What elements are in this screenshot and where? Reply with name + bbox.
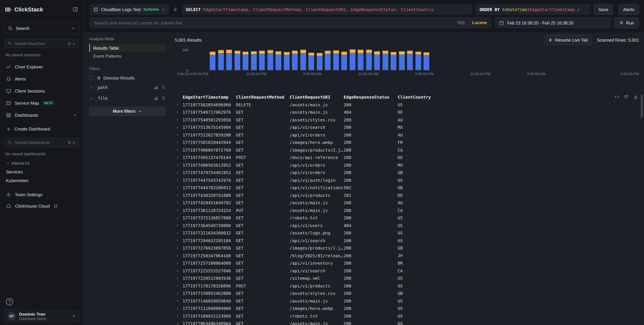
saved-dashboards-input[interactable]: Saved Dashboards ⌘ K: [4, 138, 79, 147]
filter-group-file[interactable]: _file: [89, 93, 166, 103]
chart-bar[interactable]: [424, 52, 429, 70]
table-row[interactable]: 1771977372136857088GET/robots.txt200US: [175, 214, 639, 222]
row-expand[interactable]: [175, 156, 182, 159]
sidebar-item-service-map[interactable]: Service Map BETA: [4, 97, 79, 109]
chart-bar[interactable]: [333, 50, 339, 70]
sidebar-item-dashboards[interactable]: Dashboards: [4, 109, 79, 121]
pin-icon[interactable]: [162, 96, 166, 100]
row-expand[interactable]: [175, 133, 182, 137]
table-row[interactable]: 1771977311634380032GET/assets/logo.png20…: [175, 229, 639, 237]
row-expand[interactable]: [175, 254, 182, 257]
column-header-ClientRequestMethod[interactable]: ClientRequestMethod: [236, 95, 290, 100]
chart-bar[interactable]: [267, 50, 273, 70]
pin-icon[interactable]: [162, 85, 166, 89]
table-row[interactable]: 1771977479754461952GET/api/v1/orders200G…: [175, 169, 639, 176]
chart-bar[interactable]: [259, 50, 265, 70]
row-expand[interactable]: [175, 299, 182, 303]
chart-bar[interactable]: [218, 50, 224, 70]
chart-bar[interactable]: [341, 51, 347, 70]
row-expand[interactable]: [175, 179, 182, 182]
chart-bar[interactable]: [407, 51, 413, 70]
column-header-EdgeStartTimestamp[interactable]: EdgeStartTimestamp: [182, 95, 236, 100]
row-expand[interactable]: [175, 277, 182, 280]
table-row[interactable]: 1771977109915123968GET/robots.txt200US: [175, 312, 639, 320]
chart-bar[interactable]: [366, 49, 372, 70]
sidebar-item-client-sessions[interactable]: Client Sessions: [4, 85, 79, 97]
chart-bar[interactable]: [391, 52, 396, 70]
chart-bar[interactable]: [234, 51, 240, 70]
run-button[interactable]: Run: [614, 17, 639, 28]
table-row[interactable]: 1771977150952462080GET/assets/styles.css…: [175, 290, 639, 297]
table-row[interactable]: 1771977146659959040GET/assets/main.js200…: [175, 297, 639, 305]
table-row[interactable]: 1771977549717662976GET/assets/main.js404…: [175, 108, 639, 116]
create-dashboard-button[interactable]: Create Dashboard: [4, 123, 79, 135]
mode-event-patterns[interactable]: Event Patterns: [89, 52, 166, 60]
denoise-results-option[interactable]: Denoise Results: [89, 74, 166, 82]
code-view-icon[interactable]: [614, 94, 620, 99]
table-row[interactable]: 1771977513675145984GET/api/v1/search200M…: [175, 124, 639, 131]
chart-bar[interactable]: [308, 52, 314, 70]
order-by-editor[interactable]: ORDER BY toDateTime( EdgeStartTimestamp …: [476, 4, 590, 15]
column-header-EdgeResponseStatus[interactable]: EdgeResponseStatus: [344, 95, 398, 100]
table-row[interactable]: 1771977495137478144POST/docs/api-referen…: [175, 154, 639, 161]
row-expand[interactable]: [175, 292, 182, 295]
chart-bar[interactable]: [374, 51, 380, 70]
filter-group-path[interactable]: _path: [89, 82, 166, 93]
preset-item-services[interactable]: Services: [4, 167, 79, 176]
row-expand[interactable]: [175, 209, 182, 212]
chart-bar[interactable]: [276, 51, 281, 70]
clickstack-logo[interactable]: ClickStack: [5, 6, 43, 12]
row-expand[interactable]: [175, 103, 182, 106]
table-row[interactable]: 1771977496047072768GET/images/products/2…: [175, 146, 639, 154]
chart-bar[interactable]: [415, 51, 421, 70]
chart-bar[interactable]: [243, 51, 248, 70]
saved-searches-input[interactable]: Saved Searches ⌘ K: [4, 39, 79, 48]
toggle-lucene[interactable]: Lucene: [472, 20, 487, 25]
table-row[interactable]: 1771977381128724224PUT/assets/main.js200…: [175, 207, 639, 214]
row-expand[interactable]: [175, 164, 182, 167]
row-expand[interactable]: [175, 269, 182, 273]
column-settings-icon[interactable]: [624, 94, 629, 99]
row-expand[interactable]: [175, 284, 182, 288]
column-header-ClientCountry[interactable]: ClientCountry: [398, 95, 639, 100]
chart-values-icon[interactable]: [154, 96, 158, 100]
chart-bar[interactable]: [317, 53, 322, 70]
row-expand[interactable]: [175, 141, 182, 144]
more-filters-button[interactable]: More filters: [89, 107, 166, 116]
table-row[interactable]: 1771977562054696960DELETE/assets/main.js…: [175, 101, 639, 108]
table-row[interactable]: 1771977501019442944GET/images/hero.webp2…: [175, 139, 639, 146]
collapse-sidebar-icon[interactable]: [72, 7, 78, 12]
resume-live-tail-button[interactable]: Resume Live Tail: [544, 35, 592, 45]
table-row[interactable]: 1771977429451649792GET/assets/main.js200…: [175, 199, 639, 207]
table-row[interactable]: 1771977258347964160GET/blog/2025/01/rele…: [175, 252, 639, 260]
nav-group-search[interactable]: Search: [4, 23, 79, 34]
row-expand[interactable]: [175, 239, 182, 242]
chart-bar[interactable]: [226, 50, 232, 70]
presets-toggle[interactable]: PRESETS: [4, 161, 79, 165]
sidebar-item-team-settings[interactable]: Team Settings: [4, 190, 79, 200]
user-menu[interactable]: DT Dominic Tran ClickStack Demo: [4, 310, 79, 322]
source-settings-gear-icon[interactable]: [173, 6, 178, 12]
table-row[interactable]: 1771977294632285184GET/api/v1/search200U…: [175, 237, 639, 244]
help-icon[interactable]: [5, 298, 14, 306]
chart-bar[interactable]: [382, 50, 388, 70]
save-button[interactable]: Save: [594, 4, 613, 15]
preset-item-kubernetes[interactable]: Kubernetes: [4, 176, 79, 185]
row-expand[interactable]: [175, 111, 182, 114]
denoise-checkbox[interactable]: [89, 76, 94, 80]
chart-bar[interactable]: [358, 50, 364, 70]
chart-bar[interactable]: [399, 51, 404, 70]
chart-bar[interactable]: [210, 51, 216, 70]
event-search-input[interactable]: Search your events w/ Lucene ex. column:…: [90, 17, 491, 28]
table-row[interactable]: 1771977490563613952GET/api/v1/orders200M…: [175, 161, 639, 169]
row-expand[interactable]: [175, 247, 182, 250]
table-row[interactable]: 1771977540501293056GET/assets/styles.css…: [175, 116, 639, 124]
row-expand[interactable]: [175, 224, 182, 227]
row-expand[interactable]: [175, 201, 182, 205]
chart-bar[interactable]: [350, 49, 355, 70]
select-clause-editor[interactable]: SELECT EdgeStartTimestamp, ClientRequest…: [182, 4, 472, 15]
chart-bar[interactable]: [284, 52, 290, 70]
table-row[interactable]: 1771977220512903936GET/sitemap.xml200US: [175, 275, 639, 282]
source-selector[interactable]: Cloudflare Logs Test Schema: [90, 4, 169, 15]
table-row[interactable]: 1771977430320741888GET/api/v1/products20…: [175, 192, 639, 199]
